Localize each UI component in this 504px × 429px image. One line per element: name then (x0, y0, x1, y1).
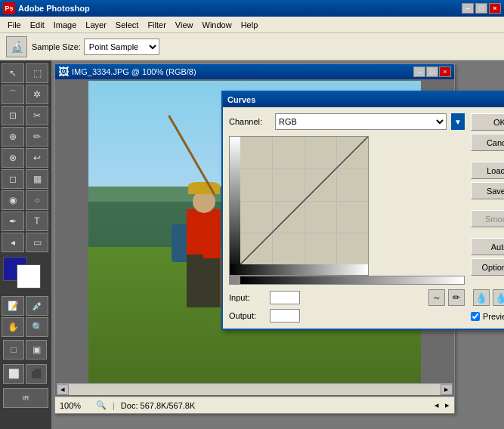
load-button[interactable]: Load... (471, 162, 504, 179)
h-scrollbar[interactable]: ◂ ▸ (57, 383, 453, 395)
eraser-tool[interactable]: ◻ (2, 169, 24, 189)
menu-layer[interactable]: Layer (81, 19, 111, 31)
pencil-curve-btn[interactable]: ✏ (448, 289, 465, 306)
tools-panel: ↖ ⬚ ⌒ ✲ ⊡ ✂ ⊕ ✏ ⊗ ↩ ◻ ▦ ◉ ○ (0, 60, 51, 429)
stamp-tool[interactable]: ⊗ (2, 148, 24, 168)
auto-button[interactable]: Auto (471, 238, 504, 255)
sample-size-label: Sample Size: (32, 42, 81, 51)
slice-tool[interactable]: ✂ (26, 106, 48, 125)
person-legs-left (187, 255, 203, 307)
move-tool[interactable]: ↖ (2, 63, 24, 83)
smooth-button[interactable]: Smooth (471, 210, 504, 227)
dodge-tool[interactable]: ○ (26, 190, 48, 210)
graph-inner (240, 137, 368, 264)
status-divider: | (113, 401, 115, 410)
curves-graph[interactable] (229, 136, 369, 276)
menu-image[interactable]: Image (49, 19, 82, 31)
quick-mask-off[interactable]: □ (3, 340, 24, 360)
curve-line (240, 137, 368, 264)
curves-title-bar: Curves × (223, 92, 504, 107)
quick-mask-on[interactable]: ▣ (26, 340, 47, 360)
menu-filter[interactable]: Filter (143, 19, 170, 31)
zoom-icon: 🔍 (96, 400, 107, 410)
doc-info: Doc: 567.8K/567.8K (121, 401, 195, 410)
notes-tool[interactable]: 📝 (2, 296, 24, 316)
smooth-curve-btn[interactable]: ～ (428, 289, 445, 306)
path-selection-tool[interactable]: ◂ (2, 233, 24, 252)
options-toolbar: 🔬 Sample Size: Point Sample 3 by 3 Avera… (0, 33, 504, 60)
main-workspace: ↖ ⬚ ⌒ ✲ ⊡ ✂ ⊕ ✏ ⊗ ↩ ◻ ▦ ◉ ○ (0, 60, 504, 429)
maximize-button[interactable]: □ (475, 3, 487, 14)
ok-button[interactable]: OK (471, 113, 504, 131)
doc-minimize-btn[interactable]: – (413, 66, 425, 77)
minimize-button[interactable]: – (462, 3, 474, 14)
person-legs-right (203, 258, 220, 307)
lasso-tool[interactable]: ⌒ (2, 85, 24, 104)
close-button[interactable]: × (489, 3, 501, 14)
pen-tool[interactable]: ✒ (2, 211, 24, 231)
gradient-tool[interactable]: ▦ (26, 169, 48, 189)
zoom-tool[interactable]: 🔍 (26, 317, 48, 337)
graph-gradient-bottom (230, 264, 368, 275)
menu-window[interactable]: Window (198, 19, 237, 31)
cancel-button[interactable]: Cancel (471, 134, 504, 151)
input-row: Input: ～ ✏ (229, 289, 465, 306)
menu-view[interactable]: View (171, 19, 198, 31)
document-title: IMG_3334.JPG @ 100% (RGB/8) (72, 67, 413, 76)
curves-body: Channel: RGB Red Green Blue ▼ (223, 107, 504, 329)
eyedropper-tool[interactable]: 💉 (26, 296, 48, 316)
content-area: 🖼 IMG_3334.JPG @ 100% (RGB/8) – □ × (51, 60, 504, 429)
black-point-eyedropper[interactable]: 💧 (473, 289, 490, 306)
menu-file[interactable]: File (3, 19, 26, 31)
nav-next[interactable]: ▸ (445, 400, 450, 410)
app-title: Adobe Photoshop (18, 4, 462, 13)
curves-dialog-title: Curves (227, 95, 504, 104)
preview-label: Preview (483, 312, 504, 321)
gray-point-eyedropper[interactable]: 💧 (493, 289, 504, 306)
menu-help[interactable]: Help (237, 19, 263, 31)
input-gradient-bar[interactable] (240, 276, 465, 285)
curves-left-panel: Channel: RGB Red Green Blue ▼ (229, 113, 465, 323)
doc-maximize-btn[interactable]: □ (426, 66, 438, 77)
crop-tool[interactable]: ⊡ (2, 106, 24, 125)
eyedropper-row: 💧 💧 💧 (471, 289, 504, 306)
color-swatches (3, 257, 48, 290)
blur-tool[interactable]: ◉ (2, 190, 24, 210)
sample-size-select[interactable]: Point Sample 3 by 3 Average 5 by 5 Avera… (84, 39, 159, 55)
healing-brush-tool[interactable]: ⊕ (2, 127, 24, 147)
image-ready-btn[interactable]: IR (3, 388, 48, 408)
app-title-bar: Ps Adobe Photoshop – □ × (0, 0, 504, 17)
channel-dropdown-arrow[interactable]: ▼ (451, 113, 465, 130)
input-output-section: Input: ～ ✏ Output: (229, 289, 465, 323)
channel-select[interactable]: RGB Red Green Blue (275, 113, 447, 130)
preview-checkbox[interactable] (471, 312, 480, 321)
person-hat (188, 182, 220, 194)
background-color[interactable] (17, 264, 41, 289)
input-value[interactable] (270, 291, 300, 304)
eyedropper-tool-icon[interactable]: 🔬 (6, 36, 27, 57)
save-button[interactable]: Save... (471, 182, 504, 199)
status-bar: 100% 🔍 | Doc: 567.8K/567.8K ◂ ▸ (55, 397, 454, 413)
hand-tool[interactable]: ✋ (2, 317, 24, 337)
shape-tool[interactable]: ▭ (26, 233, 48, 252)
doc-close-btn[interactable]: × (439, 66, 451, 77)
curve-tool-icons: ～ ✏ (428, 289, 465, 306)
nav-prev[interactable]: ◂ (434, 400, 439, 410)
screen-mode-full-menu[interactable]: ⬛ (26, 364, 47, 384)
channel-label: Channel: (229, 117, 271, 126)
screen-mode-standard[interactable]: ⬜ (3, 364, 24, 384)
options-button[interactable]: Options... (471, 258, 504, 276)
type-tool[interactable]: T (26, 211, 48, 231)
zoom-level: 100% (60, 401, 90, 410)
output-value[interactable] (270, 309, 300, 323)
marquee-tool[interactable]: ⬚ (26, 63, 48, 83)
history-brush-tool[interactable]: ↩ (26, 148, 48, 168)
sample-size-group: Sample Size: Point Sample 3 by 3 Average… (32, 39, 159, 55)
magic-wand-tool[interactable]: ✲ (26, 85, 48, 104)
menu-edit[interactable]: Edit (26, 19, 49, 31)
menu-bar: File Edit Image Layer Select Filter View… (0, 17, 504, 33)
app-icon: Ps (3, 2, 15, 14)
menu-select[interactable]: Select (111, 19, 144, 31)
curves-dialog: Curves × Channel: RGB Red Green Blue (221, 91, 504, 330)
brush-tool[interactable]: ✏ (26, 127, 48, 147)
